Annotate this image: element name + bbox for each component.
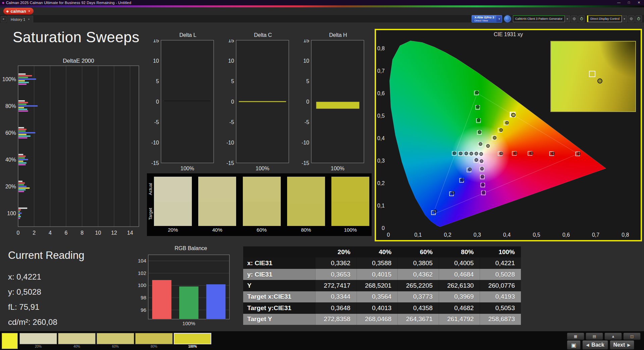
close-button[interactable]: ✕ <box>634 0 644 5</box>
tile-label: 100% <box>174 344 211 349</box>
cie-measured-marker <box>530 152 533 155</box>
reading-fl: fL: 75,91 <box>8 302 39 312</box>
back-button[interactable]: ◀ Back <box>582 340 608 350</box>
svg-text:0,7: 0,7 <box>377 68 385 74</box>
reading-y: y: 0,5028 <box>8 287 41 297</box>
svg-text:5: 5 <box>231 78 234 84</box>
display-power-button[interactable] <box>635 15 642 22</box>
pattern-window-button[interactable]: ▣ <box>567 340 581 350</box>
meter-status-badge[interactable] <box>504 15 511 22</box>
history-collapse-button[interactable]: ▸ <box>1 16 7 22</box>
cie-measured-marker <box>482 191 485 194</box>
deltae-bar <box>18 82 29 83</box>
split-view-button[interactable]: ◫ <box>623 333 641 340</box>
deltae-2000-plot: 02468101214100%80%60%40%20%100 <box>3 65 141 240</box>
svg-text:0,6: 0,6 <box>377 91 385 96</box>
actual-row-label: Actual <box>148 177 153 201</box>
swatch-label: 20% <box>154 227 192 233</box>
delta-c-plot: 151050-5-10-15100% <box>222 40 290 172</box>
cie-measured-marker <box>481 183 484 186</box>
table-cell: 262,6130 <box>439 280 480 291</box>
minimize-button[interactable]: — <box>614 0 624 5</box>
target-swatch <box>243 201 281 226</box>
source-settings-button[interactable] <box>571 15 578 22</box>
rows-icon: ▤ <box>593 334 596 339</box>
svg-text:4: 4 <box>49 230 52 236</box>
maximize-button[interactable]: □ <box>624 0 634 5</box>
svg-text:10: 10 <box>95 230 101 236</box>
deltae-bar <box>18 135 31 137</box>
deltae-bar <box>18 73 25 75</box>
table-row-label: y: CIE31 <box>243 269 315 280</box>
cie-1931-chart-selected[interactable]: 00,10,20,30,40,50,60,70,800,10,20,30,40,… <box>375 29 642 241</box>
svg-text:80%: 80% <box>5 103 16 109</box>
measurement-point-tile[interactable]: 20% <box>19 333 57 348</box>
cie-measured-marker <box>477 118 480 121</box>
deltae-bar <box>18 213 22 214</box>
device-bar: X-Rite i1Pro 3 Direct View ▼ CalMAN Clie… <box>472 15 642 22</box>
grid-view-button[interactable]: ▦ <box>567 333 584 340</box>
columns-icon: ◫ <box>630 334 634 339</box>
cie-measured-marker <box>475 158 478 161</box>
meter-dropdown[interactable]: X-Rite i1Pro 3 Direct View ▼ <box>472 15 502 22</box>
chevron-down-icon[interactable]: ▼ <box>496 15 502 22</box>
source-power-button[interactable] <box>578 15 585 22</box>
svg-text:0,3: 0,3 <box>474 232 481 238</box>
deltae-bar <box>18 107 24 108</box>
measurement-point-tile[interactable]: 40% <box>58 333 96 348</box>
table-cell: 0,3564 <box>357 291 398 302</box>
svg-text:0: 0 <box>156 99 159 105</box>
display-dropdown[interactable]: Direct Display Control ▼ <box>587 15 642 22</box>
list-view-button[interactable]: ▤ <box>586 333 603 340</box>
deltae-bar <box>18 100 25 102</box>
table-cell: 265,2205 <box>397 280 439 291</box>
table-header-cell: 40% <box>357 246 398 257</box>
tab-history-1[interactable]: History 1 ▼ <box>7 16 33 22</box>
table-cell: 0,4221 <box>480 257 521 269</box>
cie-measured-marker <box>475 152 478 155</box>
table-cell: 0,3805 <box>397 257 439 269</box>
tile-color <box>135 333 173 344</box>
tile-color <box>97 333 134 344</box>
scroll-up-button[interactable]: ▲ <box>604 333 622 340</box>
window-controls: — □ ✕ <box>614 0 644 5</box>
table-cell: 0,4193 <box>480 291 521 302</box>
deltae-bar <box>18 184 24 185</box>
source-dropdown[interactable]: CalMAN Client 3 Pattern Generator ▼ <box>513 15 585 22</box>
calman-menu-button[interactable]: ◈ calman ▼ <box>3 8 34 14</box>
deltae-bar <box>18 134 26 135</box>
grid-icon: ▦ <box>574 334 577 339</box>
svg-text:10: 10 <box>303 58 309 64</box>
swatch-label: 60% <box>243 227 281 233</box>
measurement-point-tile[interactable]: 80% <box>135 333 173 348</box>
table-header-cell: 80% <box>439 246 480 257</box>
next-button[interactable]: Next ▶ <box>610 340 634 350</box>
table-cell: 0,3588 <box>357 257 398 269</box>
svg-text:0,6: 0,6 <box>562 232 570 238</box>
cie-measured-marker <box>476 91 479 94</box>
swatch-tile <box>154 177 192 226</box>
cie-measured-marker <box>451 191 454 194</box>
tile-color <box>58 333 96 344</box>
svg-text:-15: -15 <box>226 160 234 166</box>
measurement-point-tile[interactable]: 60% <box>97 333 134 348</box>
chevron-down-icon[interactable]: ▼ <box>565 15 570 22</box>
deltae-bar <box>18 218 20 219</box>
table-cell: 0,3773 <box>397 291 439 302</box>
svg-text:6: 6 <box>65 230 68 236</box>
measurement-point-tile[interactable]: 100% <box>174 333 211 348</box>
gear-icon <box>630 16 633 22</box>
rgb-bar-blue <box>206 284 226 319</box>
deltae-bar <box>18 211 20 212</box>
display-settings-button[interactable] <box>628 15 635 22</box>
svg-text:-10: -10 <box>302 140 309 145</box>
table-cell: 272,8358 <box>315 314 357 325</box>
rgb-bar-red <box>152 280 171 319</box>
rgb-bar-green <box>179 286 199 319</box>
table-cell: 264,3671 <box>397 314 439 325</box>
deltae-bar <box>18 127 24 128</box>
svg-text:-15: -15 <box>151 160 159 166</box>
window-title: Calman 2025 Calman Ultimate for Business… <box>6 1 131 5</box>
chevron-down-icon: ▼ <box>28 10 31 13</box>
chevron-down-icon[interactable]: ▼ <box>622 15 627 22</box>
